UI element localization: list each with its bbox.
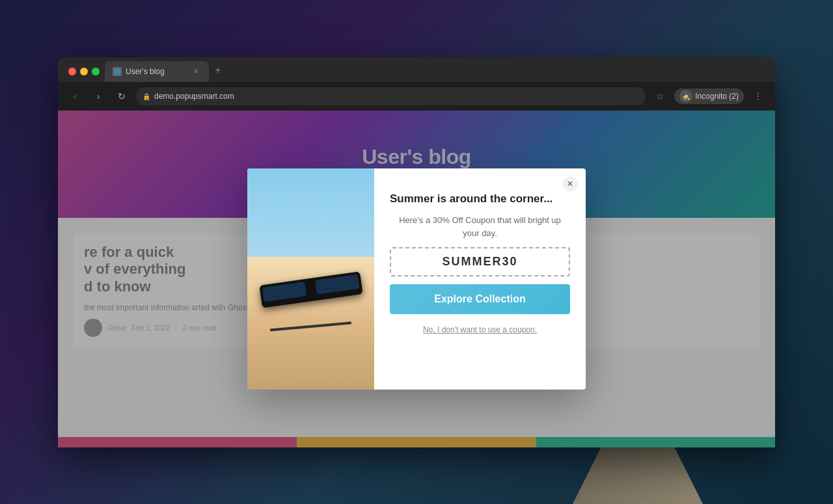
- popup-description: Here's a 30% Off Coupon that will bright…: [390, 214, 570, 239]
- menu-button[interactable]: ⋮: [749, 87, 767, 105]
- window-controls: [63, 68, 105, 82]
- url-text: demo.popupsmart.com: [154, 92, 234, 101]
- lock-icon: 🔒: [143, 93, 150, 100]
- incognito-badge[interactable]: 🕵 Incognito (2): [674, 88, 744, 104]
- incognito-avatar: 🕵: [679, 90, 692, 103]
- sky-bg: [247, 168, 374, 268]
- url-bar[interactable]: 🔒 demo.popupsmart.com: [136, 87, 646, 105]
- popup-content: × Summer is around the corner... Here's …: [374, 168, 586, 390]
- lens-right: [315, 274, 359, 295]
- popup-heading: Summer is around the corner...: [390, 192, 570, 206]
- popup-modal: × Summer is around the corner... Here's …: [247, 168, 586, 390]
- coupon-code-box: SUMMER30: [390, 247, 570, 276]
- new-tab-button[interactable]: +: [209, 61, 227, 79]
- address-bar: ‹ › ↻ 🔒 demo.popupsmart.com ☆ 🕵 Incognit…: [58, 82, 775, 111]
- popup-close-button[interactable]: ×: [562, 176, 578, 192]
- minimize-window-dot[interactable]: [80, 68, 88, 75]
- coupon-code-text: SUMMER30: [442, 255, 517, 268]
- bookmark-button[interactable]: ☆: [651, 87, 669, 105]
- blog-page: User's blog Thoughts, stories and ideas.…: [58, 111, 775, 447]
- browser-tab-active[interactable]: 🌐 User's blog ×: [105, 61, 209, 82]
- popup-image: [247, 168, 374, 390]
- tab-close-button[interactable]: ×: [191, 66, 201, 77]
- maximize-window-dot[interactable]: [92, 68, 100, 75]
- decline-link[interactable]: No, I don't want to use a coupon.: [390, 325, 570, 336]
- explore-collection-button[interactable]: Explore Collection: [390, 284, 570, 314]
- tab-favicon: 🌐: [113, 67, 122, 76]
- close-window-dot[interactable]: [68, 68, 76, 75]
- tab-bar: 🌐 User's blog × +: [58, 57, 775, 82]
- forward-button[interactable]: ›: [89, 87, 107, 105]
- lens-left: [262, 282, 306, 302]
- refresh-button[interactable]: ↻: [113, 87, 131, 105]
- back-button[interactable]: ‹: [66, 87, 84, 105]
- tab-label: User's blog: [126, 67, 187, 76]
- browser-actions: ☆ 🕵 Incognito (2) ⋮: [651, 87, 767, 105]
- browser-window: 🌐 User's blog × + ‹ › ↻ 🔒 demo.popupsmar…: [58, 57, 775, 447]
- incognito-text: Incognito (2): [695, 92, 739, 101]
